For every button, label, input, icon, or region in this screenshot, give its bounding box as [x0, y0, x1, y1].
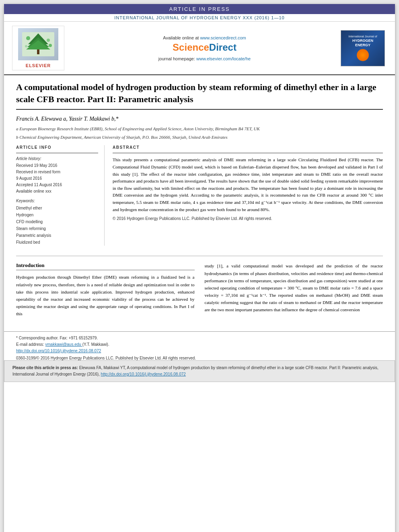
- article-info-label: ARTICLE INFO: [16, 145, 98, 150]
- intro-right-text: study [1], a valid computational model w…: [205, 262, 383, 313]
- email-link[interactable]: ymakkawi@aus.edu: [45, 342, 82, 347]
- issn-line: 0360-3199/© 2016 Hydrogen Energy Publica…: [16, 356, 383, 360]
- intro-left-text: Hydrogen production through Dimethyl Eth…: [16, 273, 195, 317]
- received-date: Received 19 May 2016: [16, 162, 98, 169]
- banner-text: ARTICLE IN PRESS: [169, 6, 230, 12]
- journal-header-bar: INTERNATIONAL JOURNAL OF HYDROGEN ENERGY…: [4, 14, 395, 22]
- keyword-0: Dimethyl ether: [16, 205, 98, 212]
- journal-logo-block: International Journal of HYDROGENENERGY: [339, 26, 387, 70]
- accepted-date: Accepted 11 August 2016: [16, 182, 98, 188]
- svg-point-7: [25, 45, 27, 47]
- left-col: ARTICLE INFO Article history: Received 1…: [16, 145, 105, 246]
- introduction-section: Introduction Hydrogen production through…: [16, 256, 383, 317]
- citation-doi-link[interactable]: http://dx.doi.org/10.1016/j.ijhydene.201…: [101, 372, 186, 376]
- intro-two-col: Introduction Hydrogen production through…: [16, 262, 383, 317]
- email-line: E-mail address: ymakkawi@aus.edu (Y.T. M…: [16, 341, 383, 348]
- authors: Francis A. Elewuwa a, Yassir T. Makkawi …: [16, 116, 383, 122]
- revised-date: 9 August 2016: [16, 175, 98, 182]
- keyword-5: Fluidized bed: [16, 239, 98, 246]
- svg-point-5: [26, 36, 30, 40]
- footnote-area: * Corresponding author. Fax: +971 651529…: [4, 331, 395, 360]
- svg-point-8: [49, 44, 52, 47]
- center-header: Available online at www.sciencedirect.co…: [70, 26, 339, 70]
- journal-homepage: journal homepage: www.elsevier.com/locat…: [158, 56, 251, 61]
- available-online: Available online xxx: [16, 188, 98, 195]
- svg-point-6: [47, 39, 50, 42]
- article-info-abstract: ARTICLE INFO Article history: Received 1…: [16, 145, 383, 246]
- doi-anchor[interactable]: http://dx.doi.org/10.1016/j.ijhydene.201…: [16, 349, 101, 353]
- affiliation-b: b Chemical Engineering Department, Ameri…: [16, 134, 383, 141]
- available-online-text: Available online at www.sciencedirect.co…: [163, 35, 246, 40]
- doi-link: http://dx.doi.org/10.1016/j.ijhydene.201…: [16, 348, 383, 354]
- keyword-3: Steam reforming: [16, 225, 98, 232]
- abstract-text: This study presents a computational para…: [113, 156, 383, 213]
- elsevier-logo-block: ELSEVIER: [12, 26, 64, 70]
- intro-left: Introduction Hydrogen production through…: [16, 262, 195, 317]
- journal-homepage-link[interactable]: www.elsevier.com/locate/he: [196, 56, 251, 61]
- divider: [16, 153, 98, 153]
- header-area: ELSEVIER Available online at www.science…: [4, 22, 395, 75]
- elsevier-logo-img: [18, 28, 58, 60]
- citation-box: Please cite this article in press as: El…: [4, 360, 395, 382]
- article-in-press-banner: ARTICLE IN PRESS: [4, 4, 395, 14]
- please-cite-label: Please cite this article in press as:: [12, 366, 79, 370]
- page: ARTICLE IN PRESS INTERNATIONAL JOURNAL O…: [4, 4, 395, 532]
- journal-header-text: INTERNATIONAL JOURNAL OF HYDROGEN ENERGY…: [114, 15, 284, 20]
- keywords-list: Dimethyl ether Hydrogen CFD modelling St…: [16, 205, 98, 246]
- keyword-1: Hydrogen: [16, 212, 98, 218]
- intro-heading: Introduction: [16, 262, 195, 270]
- article-title: A computational model of hydrogen produc…: [16, 81, 383, 110]
- affiliation-a: a European Bioenergy Research Institute …: [16, 125, 383, 132]
- copyright-line: © 2016 Hydrogen Energy Publications LLC.…: [113, 216, 383, 221]
- elsevier-tree-svg: [20, 30, 56, 58]
- keyword-2: CFD modelling: [16, 218, 98, 225]
- main-content: A computational model of hydrogen produc…: [4, 75, 395, 323]
- abstract-label: ABSTRACT: [113, 145, 383, 150]
- logo-circle: [357, 49, 369, 61]
- right-col: ABSTRACT This study presents a computati…: [113, 145, 383, 246]
- sciencedirect-url[interactable]: www.sciencedirect.com: [200, 35, 246, 40]
- hydrogen-energy-logo: International Journal of HYDROGENENERGY: [341, 30, 385, 66]
- affiliations: a European Bioenergy Research Institute …: [16, 125, 383, 140]
- corresponding-author: * Corresponding author. Fax: +971 651529…: [16, 335, 383, 341]
- abstract-divider: [113, 153, 383, 153]
- intro-right: study [1], a valid computational model w…: [205, 262, 383, 317]
- keywords-label: Keywords:: [16, 199, 98, 203]
- received-revised-label: Received in revised form: [16, 169, 98, 175]
- elsevier-brand-text: ELSEVIER: [26, 63, 51, 68]
- article-history-label: Article history:: [16, 156, 98, 161]
- keyword-4: Parametric analysis: [16, 232, 98, 239]
- sciencedirect-brand: ScienceDirect: [173, 42, 237, 53]
